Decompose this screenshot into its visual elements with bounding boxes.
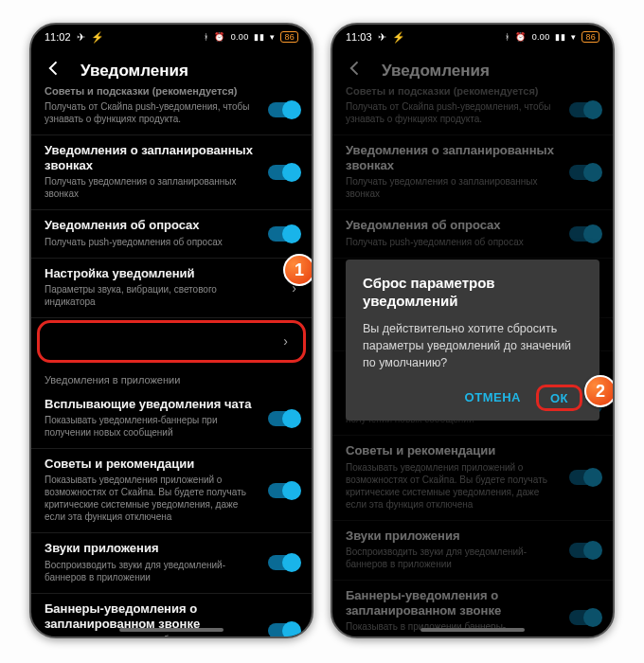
row-title: Уведомления о запланированных звонках bbox=[45, 143, 298, 174]
row-sub: Параметры звука, вибрации, светового инд… bbox=[45, 283, 298, 308]
toggle-switch bbox=[569, 165, 601, 180]
row-tips[interactable]: Советы и подсказки (рекомендуется) Получ… bbox=[31, 85, 312, 135]
phone-right: 11:03 ✈ ⚡ ᚼ ⏰ 0.00 ▮▮ ▾ 86 Уведомления С… bbox=[331, 23, 615, 638]
alarm-icon: ⏰ bbox=[515, 32, 526, 42]
toggle-switch[interactable] bbox=[268, 623, 300, 636]
status-bar: 11:02 ✈ ⚡ ᚼ ⏰ 0.00 ▮▮ ▾ 86 bbox=[31, 25, 312, 49]
alarm-icon: ⏰ bbox=[214, 32, 224, 42]
dialog-message: Вы действительно хотите сбросить парамет… bbox=[363, 320, 582, 371]
back-icon[interactable] bbox=[45, 59, 63, 82]
status-time: 11:02 bbox=[45, 31, 71, 43]
home-indicator bbox=[119, 628, 224, 632]
confirm-dialog: Сброс параметров уведомлений Вы действит… bbox=[346, 260, 599, 421]
row-scheduled: Уведомления о запланированных звонках По… bbox=[332, 135, 613, 211]
toggle-switch[interactable] bbox=[268, 483, 300, 498]
chevron-right-icon: › bbox=[283, 333, 288, 349]
ok-button[interactable]: ОК bbox=[541, 385, 578, 411]
toggle-switch[interactable] bbox=[268, 165, 300, 180]
row-polls[interactable]: Уведомления об опросах Получать push-уве… bbox=[31, 210, 312, 258]
toggle-switch bbox=[569, 543, 601, 558]
toggle-switch bbox=[569, 610, 601, 625]
row-sub: Показывать уведомления-баннеры при получ… bbox=[45, 414, 298, 439]
dialog-title: Сброс параметров уведомлений bbox=[363, 275, 582, 311]
signal-icon: ▮▮ bbox=[254, 32, 264, 42]
row-reco[interactable]: Советы и рекомендации Показывать уведомл… bbox=[31, 449, 312, 533]
net-speed: 0.00 bbox=[231, 32, 249, 42]
row-title: Советы и подсказки (рекомендуется) bbox=[45, 85, 298, 99]
row-sounds[interactable]: Звуки приложения Воспроизводить звуки дл… bbox=[31, 533, 312, 593]
row-sub: Получать push-уведомления об опросах bbox=[45, 236, 298, 248]
row-sub: Показывать в приложении баннеры-уведомле… bbox=[45, 634, 298, 636]
send-icon: ✈ bbox=[77, 31, 85, 44]
section-label: Уведомления в приложении bbox=[31, 365, 312, 389]
callout-badge-1: 1 bbox=[283, 254, 313, 286]
bolt-icon: ⚡ bbox=[91, 31, 104, 44]
dialog-actions: ОТМЕНА ОК bbox=[363, 385, 582, 411]
row-sounds: Звуки приложения Воспроизводить звуки дл… bbox=[332, 521, 613, 581]
toggle-switch[interactable] bbox=[268, 102, 300, 117]
page-title: Уведомления bbox=[80, 62, 188, 81]
signal-icon: ▮▮ bbox=[555, 32, 565, 42]
battery-icon: 86 bbox=[581, 31, 599, 43]
row-sub: Воспроизводить звуки для уведомлений-бан… bbox=[45, 559, 298, 583]
toggle-switch bbox=[569, 470, 601, 485]
row-popup[interactable]: Всплывающие уведомления чата Показывать … bbox=[31, 389, 312, 449]
row-tips: Советы и подсказки (рекомендуется) Получ… bbox=[332, 85, 613, 135]
row-title: Советы и рекомендации bbox=[45, 457, 298, 472]
row-scheduled[interactable]: Уведомления о запланированных звонках По… bbox=[31, 135, 312, 211]
toggle-switch bbox=[569, 226, 601, 242]
net-speed: 0.00 bbox=[532, 32, 550, 42]
row-title: Настройка уведомлений bbox=[45, 266, 298, 281]
ok-button-highlight: ОК bbox=[536, 385, 582, 411]
status-time: 11:03 bbox=[346, 31, 372, 43]
wifi-icon: ▾ bbox=[571, 32, 576, 42]
toggle-switch[interactable] bbox=[268, 555, 300, 570]
battery-icon: 86 bbox=[280, 31, 298, 43]
callout-badge-2: 2 bbox=[584, 375, 615, 407]
row-title: Сброс параметров уведомлений bbox=[49, 334, 294, 349]
row-tune[interactable]: Настройка уведомлений Параметры звука, в… bbox=[31, 259, 312, 318]
settings-list[interactable]: Советы и подсказки (рекомендуется) Получ… bbox=[31, 85, 312, 636]
cancel-button[interactable]: ОТМЕНА bbox=[456, 385, 530, 410]
row-sub: Получать от Скайпа push-уведомления, что… bbox=[45, 100, 298, 125]
send-icon: ✈ bbox=[378, 31, 386, 44]
wifi-icon: ▾ bbox=[270, 32, 275, 42]
home-indicator bbox=[420, 628, 525, 632]
row-reco: Советы и рекомендации Показывать уведомл… bbox=[332, 436, 613, 520]
toggle-switch bbox=[569, 102, 601, 117]
row-title: Уведомления об опросах bbox=[45, 218, 298, 233]
row-sub: Получать уведомления о запланированных з… bbox=[45, 175, 298, 200]
row-title: Звуки приложения bbox=[45, 541, 298, 556]
back-icon[interactable] bbox=[346, 59, 365, 82]
toggle-switch[interactable] bbox=[268, 411, 300, 426]
row-sub: Показывать уведомления приложений о возм… bbox=[45, 474, 298, 523]
phone-left: 11:02 ✈ ⚡ ᚼ ⏰ 0.00 ▮▮ ▾ 86 Уведомления С… bbox=[29, 23, 313, 638]
row-reset-highlight[interactable]: Сброс параметров уведомлений › bbox=[37, 320, 306, 363]
row-title: Всплывающие уведомления чата bbox=[45, 397, 298, 412]
page-title: Уведомления bbox=[382, 62, 490, 81]
bolt-icon: ⚡ bbox=[392, 31, 405, 44]
bt-icon: ᚼ bbox=[204, 32, 208, 42]
toggle-switch[interactable] bbox=[268, 226, 300, 242]
status-bar: 11:03 ✈ ⚡ ᚼ ⏰ 0.00 ▮▮ ▾ 86 bbox=[332, 25, 613, 49]
row-polls: Уведомления об опросах Получать push-уве… bbox=[332, 210, 613, 258]
bt-icon: ᚼ bbox=[505, 32, 510, 42]
